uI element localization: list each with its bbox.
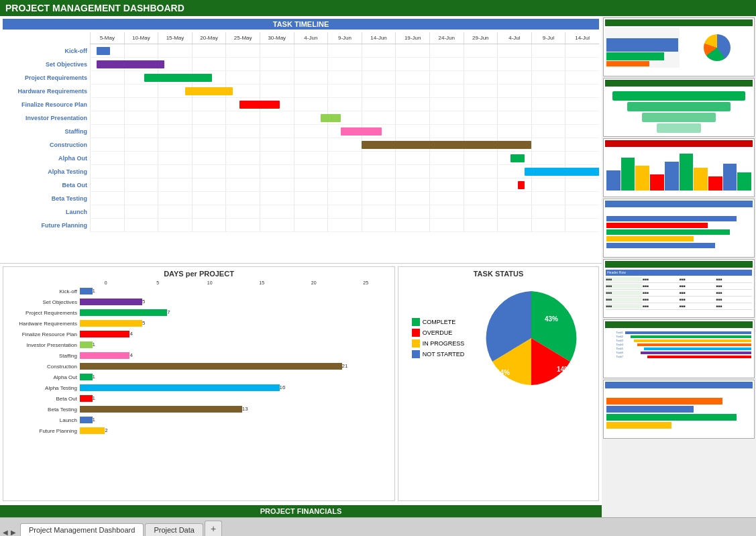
date-label: 15-May: [158, 32, 192, 44]
bar-value-label: 1: [93, 417, 402, 423]
bar-label: Project Requirements: [6, 310, 80, 316]
bar-track: 5: [80, 299, 392, 305]
bar-track: 16: [80, 384, 392, 391]
date-label: 30-May: [260, 32, 294, 44]
gantt-row: [90, 165, 599, 178]
task-label: Future Planning: [3, 219, 90, 232]
gantt-row: [90, 111, 599, 125]
tab-next-btn[interactable]: ▶: [11, 529, 16, 536]
bar-chart-row: Staffing4: [6, 351, 392, 360]
bar-value-label: 1: [93, 395, 402, 402]
legend-item-complete: COMPLETE: [412, 318, 465, 326]
thumb-7[interactable]: [603, 380, 755, 439]
bar-label: Investor Presentation: [6, 342, 80, 348]
thumb-3[interactable]: [603, 138, 755, 197]
gantt-grid-lines: [90, 205, 599, 218]
gantt-row: [90, 205, 599, 219]
pie-label-overdue: 14%: [557, 366, 570, 373]
task-status-title: TASK STATUS: [401, 270, 596, 278]
bar-label: Hardware Requirements: [6, 321, 80, 327]
bar-track: 5: [80, 320, 392, 327]
task-label: Construction: [3, 138, 90, 152]
bar-fill: [80, 309, 167, 316]
legend-color-inprogress: [412, 339, 420, 347]
tab-project-data[interactable]: Project Data: [145, 523, 203, 536]
bar-fill: [80, 417, 93, 423]
gantt-grid-lines: [90, 85, 599, 97]
date-label: 9-Jun: [327, 32, 362, 44]
thumb-6[interactable]: Task1 Task2 Task3 Task4: [603, 319, 755, 378]
timeline-title: TASK TIMELINE: [3, 19, 599, 30]
bar-track: 4: [80, 331, 392, 337]
bar-value-label: 5: [142, 320, 402, 327]
top-bar: PROJECT MANAGEMENT DASHBOARD: [0, 0, 756, 16]
bar-chart-row: Beta Testing13: [6, 405, 392, 414]
bar-value-label: 1: [93, 374, 402, 380]
gantt-row: [90, 178, 599, 192]
tab-prev-btn[interactable]: ◀: [3, 529, 8, 536]
gantt-bar: [97, 60, 164, 68]
bar-chart-row: Investor Presentation1: [6, 340, 392, 350]
gantt-bar: [185, 87, 233, 95]
main-dashboard: TASK TIMELINE Kick-off Set Objectives Pr…: [0, 16, 602, 517]
days-per-project: DAYS per PROJECT 0 5 10 15 20 25 Kick-o: [3, 266, 395, 501]
tab-new-button[interactable]: +: [205, 521, 222, 536]
bar-track: 1: [80, 417, 392, 423]
sidebar-thumbnails: Header Row ■■■ ■■■ ■■■ ■■■ ■■■ ■■■ ■■■ ■…: [602, 16, 756, 517]
x-num: 25: [340, 280, 392, 285]
bar-value-label: 16: [280, 384, 402, 391]
gantt-row: [90, 192, 599, 205]
bar-chart-row: Project Requirements7: [6, 308, 392, 317]
bar-track: 1: [80, 288, 392, 294]
x-num: 5: [132, 280, 184, 285]
task-labels: Kick-off Set Objectives Project Requirem…: [3, 32, 90, 260]
bar-fill: [80, 341, 93, 348]
thumb-4[interactable]: [603, 199, 755, 258]
date-label: 14-Jun: [362, 32, 396, 44]
date-label: 9-Jul: [531, 32, 565, 44]
legend-item-notstarted: NOT STARTED: [412, 350, 465, 358]
task-label: Investor Presentation: [3, 111, 90, 125]
bar-value-label: 5: [142, 299, 402, 305]
bar-fill: [80, 299, 142, 305]
timeline-chart: 5-May 10-May 15-May 20-May 25-May 30-May…: [90, 32, 599, 260]
bar-chart-row: Future Planning2: [6, 426, 392, 435]
bar-value-label: 1: [93, 288, 402, 294]
bar-chart-row: Finalize Resource Plan4: [6, 329, 392, 339]
legend-label-inprogress: IN PROGRESS: [423, 340, 465, 347]
task-label: Staffing: [3, 125, 90, 138]
tab-project-management[interactable]: Project Management Dashboard: [20, 523, 144, 536]
pie-chart: 43% 14% 14%: [478, 284, 585, 392]
bar-chart: Kick-off1Set Objectives5Project Requirem…: [6, 286, 392, 435]
date-label: 4-Jun: [294, 32, 328, 44]
pie-container: COMPLETE OVERDUE IN PROGRESS: [401, 284, 596, 392]
days-chart-title: DAYS per PROJECT: [6, 270, 392, 278]
bar-value-label: 4: [129, 352, 402, 359]
date-label: 5-May: [90, 32, 124, 44]
date-label: 24-Jun: [429, 32, 464, 44]
bar-track: 1: [80, 341, 392, 348]
gantt-bar: [518, 181, 525, 189]
bar-label: Alpha Out: [6, 374, 80, 380]
legend-label-notstarted: NOT STARTED: [423, 351, 465, 358]
task-label: Finalize Resource Plan: [3, 98, 90, 111]
task-label: Alpha Testing: [3, 165, 90, 178]
dashboard-title: PROJECT MANAGEMENT DASHBOARD: [5, 3, 184, 13]
x-num: 0: [80, 280, 132, 285]
bottom-section: DAYS per PROJECT 0 5 10 15 20 25 Kick-o: [0, 264, 602, 504]
pie-label-complete: 43%: [545, 315, 558, 323]
bar-label: Launch: [6, 417, 80, 423]
gantt-bar: [341, 127, 382, 136]
legend-color-notstarted: [412, 350, 420, 358]
gantt-row: [90, 219, 599, 232]
gantt-grid-lines: [90, 219, 599, 231]
bar-chart-row: Set Objectives5: [6, 297, 392, 307]
gantt-bar: [144, 74, 212, 82]
thumb-1[interactable]: [603, 17, 755, 76]
gantt-grid-lines: [90, 192, 599, 205]
date-label: 20-May: [192, 32, 226, 44]
legend: COMPLETE OVERDUE IN PROGRESS: [412, 318, 465, 358]
date-label: 14-Jul: [565, 32, 599, 44]
thumb-2[interactable]: [603, 78, 755, 137]
thumb-5[interactable]: Header Row ■■■ ■■■ ■■■ ■■■ ■■■ ■■■ ■■■ ■…: [603, 259, 755, 318]
